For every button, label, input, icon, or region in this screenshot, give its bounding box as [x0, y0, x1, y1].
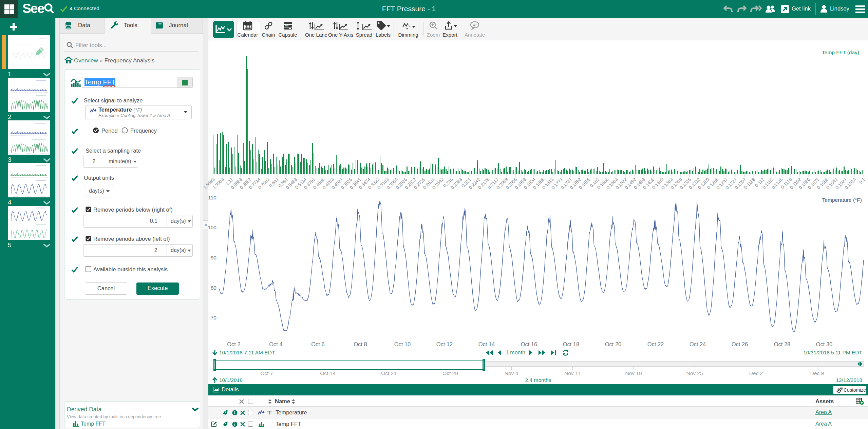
svg-text:Oct 14: Oct 14: [478, 341, 495, 347]
svg-text:90: 90: [211, 255, 217, 260]
svg-text:70: 70: [211, 315, 217, 320]
svg-text:Oct 2: Oct 2: [227, 341, 240, 347]
svg-text:80: 80: [211, 285, 217, 291]
svg-text:Oct 6: Oct 6: [311, 341, 324, 347]
svg-text:Oct 16: Oct 16: [521, 341, 537, 347]
svg-text:Oct 24: Oct 24: [690, 341, 706, 347]
svg-text:110: 110: [208, 195, 216, 200]
svg-text:100: 100: [208, 225, 216, 230]
svg-text:Oct 26: Oct 26: [732, 341, 748, 347]
svg-text:Oct 20: Oct 20: [605, 341, 622, 347]
svg-text:Oct 12: Oct 12: [436, 341, 453, 347]
svg-text:Oct 10: Oct 10: [394, 341, 411, 347]
svg-text:Oct 30: Oct 30: [816, 341, 833, 347]
svg-text:Oct 4: Oct 4: [269, 341, 282, 347]
svg-text:Oct 8: Oct 8: [354, 341, 367, 347]
svg-text:Oct 28: Oct 28: [774, 341, 791, 347]
svg-text:Temperature (°F): Temperature (°F): [822, 197, 862, 203]
svg-text:Oct 22: Oct 22: [647, 341, 664, 347]
svg-text:Oct 18: Oct 18: [563, 341, 580, 347]
